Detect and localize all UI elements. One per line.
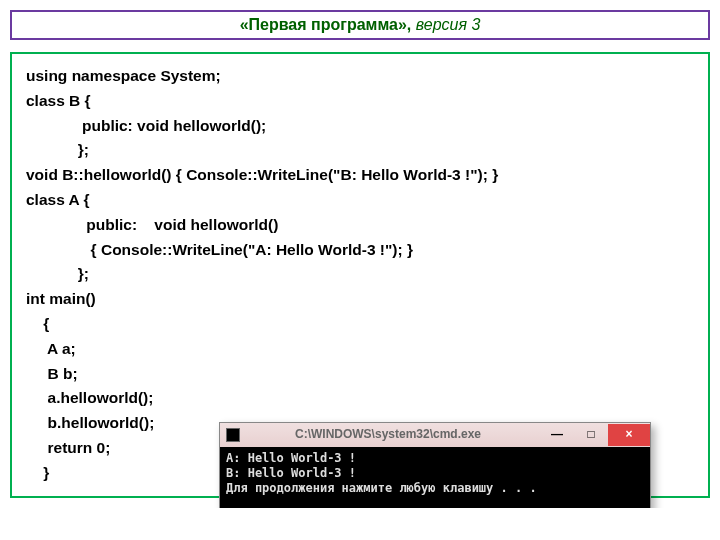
cmd-output: A: Hello World-3 ! B: Hello World-3 ! Дл… xyxy=(226,451,644,496)
code-box: using namespace System; class B { public… xyxy=(10,52,710,498)
close-button[interactable]: × xyxy=(608,424,650,446)
cmd-body: A: Hello World-3 ! B: Hello World-3 ! Дл… xyxy=(220,447,650,508)
cmd-window: C:\WINDOWS\system32\cmd.exe — □ × A: Hel… xyxy=(219,422,651,508)
maximize-button[interactable]: □ xyxy=(574,424,608,446)
slide-title: «Первая программа», версия 3 xyxy=(10,10,710,40)
cmd-icon xyxy=(226,428,240,442)
title-text: «Первая программа», xyxy=(240,16,416,33)
minimize-icon: — xyxy=(551,425,563,444)
close-icon: × xyxy=(625,425,632,444)
minimize-button[interactable]: — xyxy=(540,424,574,446)
cmd-button-group: — □ × xyxy=(540,424,650,446)
title-version: версия 3 xyxy=(416,16,481,33)
cmd-title: C:\WINDOWS\system32\cmd.exe xyxy=(246,425,540,444)
cmd-titlebar: C:\WINDOWS\system32\cmd.exe — □ × xyxy=(220,423,650,447)
maximize-icon: □ xyxy=(587,425,594,444)
